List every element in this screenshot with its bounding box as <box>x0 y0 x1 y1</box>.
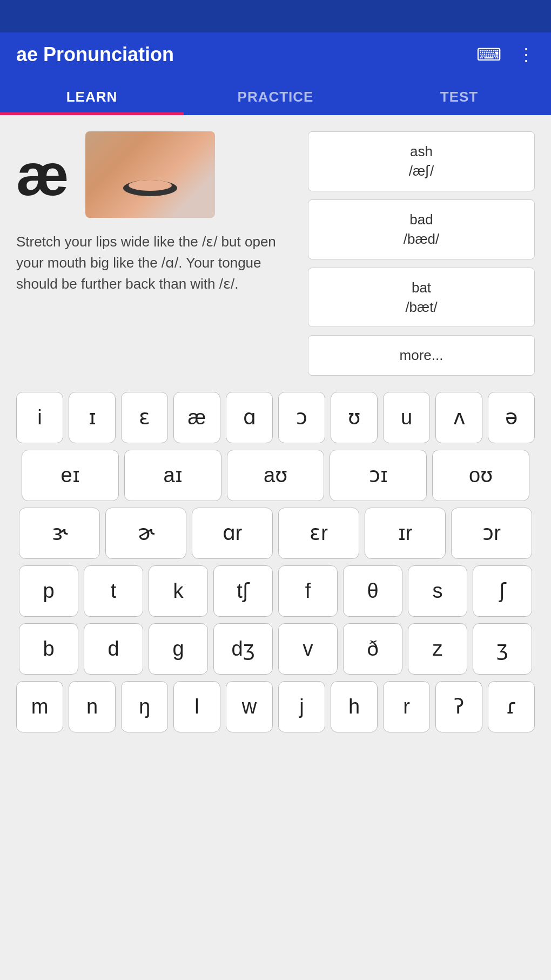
description-text: Stretch your lips wide like the /ɛ/ but … <box>16 231 297 295</box>
word-btn-ash[interactable]: ash /æʃ/ <box>308 131 535 191</box>
key-n[interactable]: n <box>69 681 116 732</box>
key-rhotic-mid[interactable]: ɝ <box>19 508 100 559</box>
key-esh[interactable]: ʃ <box>473 565 532 617</box>
key-rhotic-schwa[interactable]: ɚ <box>105 508 186 559</box>
keyboard-row-2: eɪ aɪ aʊ ɔɪ oʊ <box>16 450 535 501</box>
key-epsilon[interactable]: ɛ <box>121 392 168 443</box>
tab-test[interactable]: TEST <box>367 77 551 115</box>
keyboard-row-6: m n ŋ l w j h r ʔ ɾ <box>16 681 535 732</box>
key-ei[interactable]: eɪ <box>22 450 119 501</box>
key-schwa[interactable]: ə <box>488 392 535 443</box>
key-ir[interactable]: ɪr <box>365 508 446 559</box>
key-theta[interactable]: θ <box>343 565 402 617</box>
key-l[interactable]: l <box>173 681 220 732</box>
key-glottal-stop[interactable]: ʔ <box>435 681 482 732</box>
key-eth[interactable]: ð <box>343 623 402 675</box>
key-k[interactable]: k <box>149 565 208 617</box>
key-t[interactable]: t <box>84 565 143 617</box>
tab-learn[interactable]: LEARN <box>0 77 184 115</box>
tab-practice[interactable]: PRACTICE <box>184 77 367 115</box>
key-oi[interactable]: ɔɪ <box>330 450 427 501</box>
keyboard-row-5: b d g dʒ v ð z ʒ <box>16 623 535 675</box>
key-script-a[interactable]: ɑ <box>226 392 273 443</box>
keyboard-icon-button[interactable]: ⌨ <box>476 44 501 65</box>
key-d[interactable]: d <box>84 623 143 675</box>
key-wedge[interactable]: ʌ <box>435 392 482 443</box>
app-bar: ae Pronunciation ⌨ ⋮ <box>0 32 551 77</box>
word-btn-bat[interactable]: bat /bæt/ <box>308 268 535 328</box>
status-bar <box>0 0 551 32</box>
key-i[interactable]: i <box>16 392 63 443</box>
app-bar-actions: ⌨ ⋮ <box>476 44 535 65</box>
key-flap[interactable]: ɾ <box>488 681 535 732</box>
mouth-image <box>85 131 215 218</box>
key-ai[interactable]: aɪ <box>124 450 221 501</box>
main-content: æ Stretch your lips wide like the /ɛ/ bu… <box>0 115 551 750</box>
key-open-o[interactable]: ɔ <box>278 392 325 443</box>
key-u[interactable]: u <box>383 392 430 443</box>
key-dzh[interactable]: dʒ <box>213 623 273 675</box>
key-p[interactable]: p <box>19 565 78 617</box>
key-s[interactable]: s <box>408 565 467 617</box>
word-btn-bad[interactable]: bad /bæd/ <box>308 199 535 259</box>
app-title: ae Pronunciation <box>16 43 174 66</box>
key-ou[interactable]: oʊ <box>432 450 529 501</box>
keyboard-row-1: i ɪ ɛ æ ɑ ɔ ʊ u ʌ ə <box>16 392 535 443</box>
key-ae[interactable]: æ <box>173 392 220 443</box>
keyboard-row-4: p t k tʃ f θ s ʃ <box>16 565 535 617</box>
phoneme-row: æ <box>16 131 297 218</box>
key-tsh[interactable]: tʃ <box>213 565 273 617</box>
key-v[interactable]: v <box>278 623 338 675</box>
key-w[interactable]: w <box>226 681 273 732</box>
key-ar[interactable]: ɑr <box>192 508 273 559</box>
keyboard-row-3: ɝ ɚ ɑr ɛr ɪr ɔr <box>16 508 535 559</box>
phoneme-symbol: æ <box>16 145 69 204</box>
key-m[interactable]: m <box>16 681 63 732</box>
more-options-button[interactable]: ⋮ <box>518 44 535 65</box>
key-h[interactable]: h <box>331 681 378 732</box>
key-r[interactable]: r <box>383 681 430 732</box>
key-b[interactable]: b <box>19 623 78 675</box>
left-panel: æ Stretch your lips wide like the /ɛ/ bu… <box>16 131 297 376</box>
keyboard-icon: ⌨ <box>476 45 501 64</box>
word-btn-more[interactable]: more... <box>308 335 535 375</box>
key-z[interactable]: z <box>408 623 467 675</box>
key-f[interactable]: f <box>278 565 338 617</box>
key-ezh[interactable]: ʒ <box>473 623 532 675</box>
top-section: æ Stretch your lips wide like the /ɛ/ bu… <box>16 131 535 376</box>
key-small-capital-i[interactable]: ɪ <box>69 392 116 443</box>
right-panel: ash /æʃ/ bad /bæd/ bat /bæt/ more... <box>308 131 535 376</box>
more-vert-icon: ⋮ <box>518 45 535 64</box>
key-er[interactable]: ɛr <box>278 508 359 559</box>
key-upsilon[interactable]: ʊ <box>331 392 378 443</box>
key-eng[interactable]: ŋ <box>121 681 168 732</box>
key-au[interactable]: aʊ <box>227 450 324 501</box>
key-g[interactable]: g <box>149 623 208 675</box>
keyboard-section: i ɪ ɛ æ ɑ ɔ ʊ u ʌ ə eɪ aɪ aʊ ɔɪ oʊ ɝ ɚ ɑ… <box>16 392 535 732</box>
tab-bar: LEARN PRACTICE TEST <box>0 77 551 115</box>
key-j[interactable]: j <box>278 681 325 732</box>
key-or[interactable]: ɔr <box>451 508 532 559</box>
